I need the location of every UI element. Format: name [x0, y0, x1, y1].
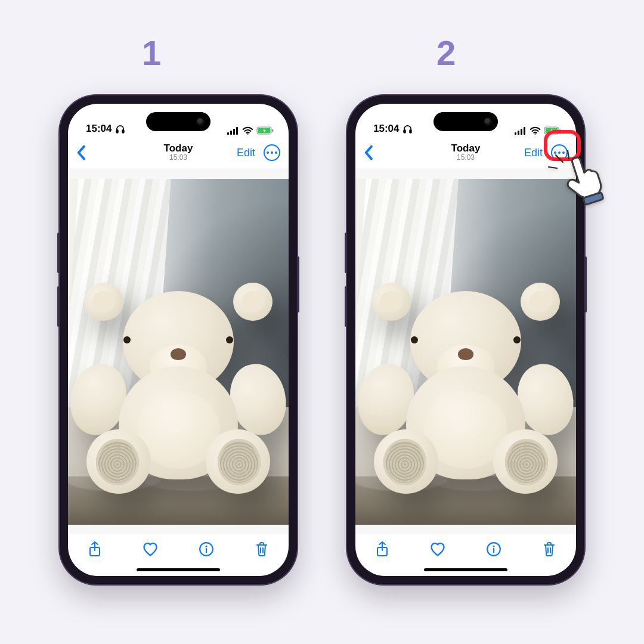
status-time: 15:04	[86, 123, 112, 135]
photo-subject-teddy-bear	[89, 293, 268, 490]
svg-rect-5	[236, 127, 238, 135]
separator	[68, 525, 289, 534]
cellular-signal-icon	[227, 127, 239, 135]
svg-rect-13	[404, 129, 406, 132]
svg-rect-2	[227, 132, 229, 135]
nav-bar: Today 15:03 Edit	[68, 137, 289, 168]
photo-viewer[interactable]	[355, 179, 576, 525]
wifi-icon	[530, 126, 541, 135]
svg-rect-16	[518, 131, 519, 135]
share-button[interactable]	[86, 540, 104, 558]
step-2-label: 2	[436, 33, 456, 73]
svg-point-25	[493, 546, 494, 547]
more-circle-icon	[554, 151, 565, 154]
photo-viewer[interactable]	[68, 179, 289, 525]
more-options-button[interactable]	[551, 144, 568, 161]
edit-button[interactable]: Edit	[524, 147, 543, 159]
separator	[355, 168, 576, 179]
favorite-button[interactable]	[141, 540, 159, 558]
phone-1-screen: 15:04	[68, 104, 289, 576]
svg-point-12	[205, 546, 207, 547]
share-button[interactable]	[373, 540, 391, 558]
more-options-button[interactable]	[264, 144, 280, 161]
svg-rect-3	[230, 131, 232, 135]
info-button[interactable]	[197, 540, 215, 558]
more-circle-icon	[267, 151, 277, 154]
separator	[355, 525, 576, 534]
headphones-icon	[115, 124, 125, 134]
delete-button[interactable]	[540, 540, 558, 558]
svg-rect-21	[559, 129, 561, 132]
nav-bar: Today 15:03 Edit	[355, 137, 576, 168]
svg-rect-15	[515, 132, 516, 135]
photo-subject-teddy-bear	[376, 293, 555, 490]
svg-rect-1	[123, 129, 125, 132]
svg-point-6	[247, 134, 248, 135]
home-indicator	[424, 568, 507, 571]
phone-mock-1: 15:04	[60, 95, 297, 584]
edit-button[interactable]: Edit	[237, 147, 255, 159]
status-time: 15:04	[373, 123, 399, 135]
separator	[68, 168, 289, 179]
svg-rect-18	[524, 127, 525, 135]
svg-rect-14	[410, 129, 412, 132]
step-1-label: 1	[142, 33, 161, 73]
phone-mock-2: 15:04	[347, 95, 584, 584]
home-indicator	[137, 568, 220, 571]
svg-rect-4	[233, 129, 235, 135]
svg-point-19	[534, 134, 535, 135]
phone-2-screen: 15:04	[355, 104, 576, 576]
dynamic-island	[146, 112, 210, 131]
headphones-icon	[402, 124, 413, 134]
svg-rect-0	[117, 129, 119, 132]
back-button[interactable]	[76, 145, 87, 160]
svg-rect-17	[521, 129, 522, 135]
phones-stage: 15:04	[0, 95, 644, 584]
cellular-signal-icon	[515, 127, 527, 135]
favorite-button[interactable]	[429, 540, 447, 558]
svg-rect-8	[272, 129, 273, 132]
battery-charging-icon	[256, 126, 274, 135]
back-button[interactable]	[364, 145, 374, 160]
dynamic-island	[434, 112, 498, 131]
svg-rect-29	[583, 192, 603, 205]
delete-button[interactable]	[253, 540, 271, 558]
battery-charging-icon	[544, 126, 562, 135]
info-button[interactable]	[485, 540, 503, 558]
wifi-icon	[242, 126, 253, 135]
